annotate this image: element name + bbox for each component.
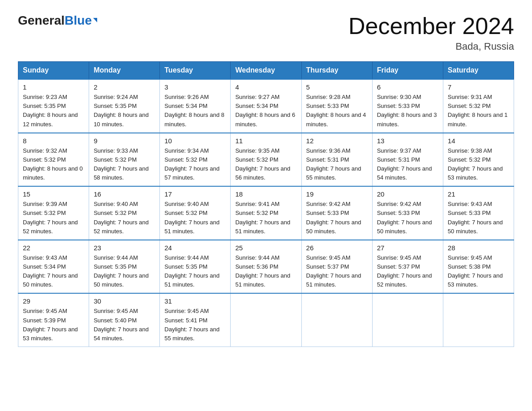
day-info: Sunrise: 9:45 AMSunset: 5:38 PMDaylight:… xyxy=(448,254,503,288)
calendar-cell: 13 Sunrise: 9:37 AMSunset: 5:31 PMDaylig… xyxy=(372,133,443,187)
day-info: Sunrise: 9:45 AMSunset: 5:41 PMDaylight:… xyxy=(164,308,219,341)
day-number: 12 xyxy=(306,137,368,145)
calendar-cell: 21 Sunrise: 9:43 AMSunset: 5:33 PMDaylig… xyxy=(443,186,514,240)
day-info: Sunrise: 9:31 AMSunset: 5:32 PMDaylight:… xyxy=(448,94,508,127)
day-info: Sunrise: 9:45 AMSunset: 5:37 PMDaylight:… xyxy=(377,254,432,288)
day-info: Sunrise: 9:39 AMSunset: 5:32 PMDaylight:… xyxy=(23,201,78,234)
calendar-cell: 10 Sunrise: 9:34 AMSunset: 5:32 PMDaylig… xyxy=(160,133,231,187)
calendar-table: SundayMondayTuesdayWednesdayThursdayFrid… xyxy=(18,61,514,347)
day-number: 4 xyxy=(235,83,296,91)
day-number: 25 xyxy=(235,244,296,252)
day-info: Sunrise: 9:28 AMSunset: 5:33 PMDaylight:… xyxy=(306,94,366,127)
calendar-cell xyxy=(372,293,443,347)
weekday-header-thursday: Thursday xyxy=(301,62,372,80)
day-number: 3 xyxy=(164,83,226,91)
day-info: Sunrise: 9:34 AMSunset: 5:32 PMDaylight:… xyxy=(164,147,219,181)
calendar-cell: 29 Sunrise: 9:45 AMSunset: 5:39 PMDaylig… xyxy=(18,293,89,347)
calendar-cell: 7 Sunrise: 9:31 AMSunset: 5:32 PMDayligh… xyxy=(443,79,514,133)
day-number: 24 xyxy=(164,244,226,252)
day-info: Sunrise: 9:24 AMSunset: 5:35 PMDaylight:… xyxy=(94,94,149,127)
calendar-cell xyxy=(443,293,514,347)
day-number: 23 xyxy=(94,244,155,252)
calendar-cell: 15 Sunrise: 9:39 AMSunset: 5:32 PMDaylig… xyxy=(18,186,89,240)
day-number: 6 xyxy=(377,83,438,91)
weekday-header-sunday: Sunday xyxy=(18,62,89,80)
day-number: 18 xyxy=(235,190,296,198)
day-number: 1 xyxy=(23,83,84,91)
calendar-cell xyxy=(231,293,301,347)
calendar-cell: 23 Sunrise: 9:44 AMSunset: 5:35 PMDaylig… xyxy=(89,240,160,294)
calendar-cell: 5 Sunrise: 9:28 AMSunset: 5:33 PMDayligh… xyxy=(301,79,372,133)
day-info: Sunrise: 9:27 AMSunset: 5:34 PMDaylight:… xyxy=(235,94,295,127)
day-info: Sunrise: 9:42 AMSunset: 5:33 PMDaylight:… xyxy=(306,201,361,234)
day-number: 9 xyxy=(94,137,155,145)
weekday-header-monday: Monday xyxy=(89,62,160,80)
calendar-header-row: SundayMondayTuesdayWednesdayThursdayFrid… xyxy=(18,62,514,80)
calendar-cell xyxy=(301,293,372,347)
calendar-cell: 20 Sunrise: 9:42 AMSunset: 5:33 PMDaylig… xyxy=(372,186,443,240)
calendar-cell: 16 Sunrise: 9:40 AMSunset: 5:32 PMDaylig… xyxy=(89,186,160,240)
calendar-cell: 22 Sunrise: 9:43 AMSunset: 5:34 PMDaylig… xyxy=(18,240,89,294)
day-info: Sunrise: 9:45 AMSunset: 5:37 PMDaylight:… xyxy=(306,254,361,288)
day-number: 20 xyxy=(377,190,438,198)
day-number: 26 xyxy=(306,244,368,252)
calendar-cell: 30 Sunrise: 9:45 AMSunset: 5:40 PMDaylig… xyxy=(89,293,160,347)
day-number: 8 xyxy=(23,137,84,145)
day-number: 30 xyxy=(94,297,155,305)
day-number: 11 xyxy=(235,137,296,145)
day-info: Sunrise: 9:30 AMSunset: 5:33 PMDaylight:… xyxy=(377,94,437,127)
location-label: Bada, Russia xyxy=(348,41,514,52)
day-number: 17 xyxy=(164,190,226,198)
day-info: Sunrise: 9:45 AMSunset: 5:40 PMDaylight:… xyxy=(94,308,149,341)
logo-blue-text: Blue xyxy=(64,13,92,28)
day-info: Sunrise: 9:45 AMSunset: 5:39 PMDaylight:… xyxy=(23,308,78,341)
day-number: 7 xyxy=(448,83,509,91)
day-info: Sunrise: 9:36 AMSunset: 5:31 PMDaylight:… xyxy=(306,147,361,181)
day-number: 2 xyxy=(94,83,155,91)
calendar-cell: 26 Sunrise: 9:45 AMSunset: 5:37 PMDaylig… xyxy=(301,240,372,294)
day-info: Sunrise: 9:42 AMSunset: 5:33 PMDaylight:… xyxy=(377,201,432,234)
day-info: Sunrise: 9:44 AMSunset: 5:35 PMDaylight:… xyxy=(94,254,149,288)
day-info: Sunrise: 9:40 AMSunset: 5:32 PMDaylight:… xyxy=(94,201,149,234)
calendar-cell: 27 Sunrise: 9:45 AMSunset: 5:37 PMDaylig… xyxy=(372,240,443,294)
day-info: Sunrise: 9:43 AMSunset: 5:34 PMDaylight:… xyxy=(23,254,78,288)
calendar-week-row: 1 Sunrise: 9:23 AMSunset: 5:35 PMDayligh… xyxy=(18,79,514,133)
logo: General Blue xyxy=(18,13,97,28)
calendar-week-row: 22 Sunrise: 9:43 AMSunset: 5:34 PMDaylig… xyxy=(18,240,514,294)
day-info: Sunrise: 9:43 AMSunset: 5:33 PMDaylight:… xyxy=(448,201,503,234)
calendar-cell: 18 Sunrise: 9:41 AMSunset: 5:32 PMDaylig… xyxy=(231,186,301,240)
calendar-cell: 17 Sunrise: 9:40 AMSunset: 5:32 PMDaylig… xyxy=(160,186,231,240)
day-number: 5 xyxy=(306,83,368,91)
logo-triangle-icon xyxy=(93,18,97,22)
calendar-cell: 12 Sunrise: 9:36 AMSunset: 5:31 PMDaylig… xyxy=(301,133,372,187)
day-number: 10 xyxy=(164,137,226,145)
calendar-cell: 19 Sunrise: 9:42 AMSunset: 5:33 PMDaylig… xyxy=(301,186,372,240)
weekday-header-saturday: Saturday xyxy=(443,62,514,80)
day-number: 15 xyxy=(23,190,84,198)
page-header: General Blue December 2024 Bada, Russia xyxy=(18,13,514,52)
day-number: 19 xyxy=(306,190,368,198)
calendar-cell: 31 Sunrise: 9:45 AMSunset: 5:41 PMDaylig… xyxy=(160,293,231,347)
day-info: Sunrise: 9:44 AMSunset: 5:35 PMDaylight:… xyxy=(164,254,219,288)
day-info: Sunrise: 9:35 AMSunset: 5:32 PMDaylight:… xyxy=(235,147,290,181)
day-info: Sunrise: 9:26 AMSunset: 5:34 PMDaylight:… xyxy=(164,94,224,127)
calendar-cell: 8 Sunrise: 9:32 AMSunset: 5:32 PMDayligh… xyxy=(18,133,89,187)
day-info: Sunrise: 9:41 AMSunset: 5:32 PMDaylight:… xyxy=(235,201,290,234)
day-number: 31 xyxy=(164,297,226,305)
calendar-cell: 2 Sunrise: 9:24 AMSunset: 5:35 PMDayligh… xyxy=(89,79,160,133)
weekday-header-tuesday: Tuesday xyxy=(160,62,231,80)
day-info: Sunrise: 9:37 AMSunset: 5:31 PMDaylight:… xyxy=(377,147,432,181)
calendar-week-row: 15 Sunrise: 9:39 AMSunset: 5:32 PMDaylig… xyxy=(18,186,514,240)
day-number: 27 xyxy=(377,244,438,252)
calendar-week-row: 29 Sunrise: 9:45 AMSunset: 5:39 PMDaylig… xyxy=(18,293,514,347)
calendar-cell: 1 Sunrise: 9:23 AMSunset: 5:35 PMDayligh… xyxy=(18,79,89,133)
day-number: 16 xyxy=(94,190,155,198)
day-info: Sunrise: 9:40 AMSunset: 5:32 PMDaylight:… xyxy=(164,201,219,234)
logo-general-text: General xyxy=(18,13,64,28)
calendar-cell: 24 Sunrise: 9:44 AMSunset: 5:35 PMDaylig… xyxy=(160,240,231,294)
day-number: 13 xyxy=(377,137,438,145)
calendar-cell: 3 Sunrise: 9:26 AMSunset: 5:34 PMDayligh… xyxy=(160,79,231,133)
day-info: Sunrise: 9:32 AMSunset: 5:32 PMDaylight:… xyxy=(23,147,83,181)
day-number: 28 xyxy=(448,244,509,252)
calendar-cell: 28 Sunrise: 9:45 AMSunset: 5:38 PMDaylig… xyxy=(443,240,514,294)
